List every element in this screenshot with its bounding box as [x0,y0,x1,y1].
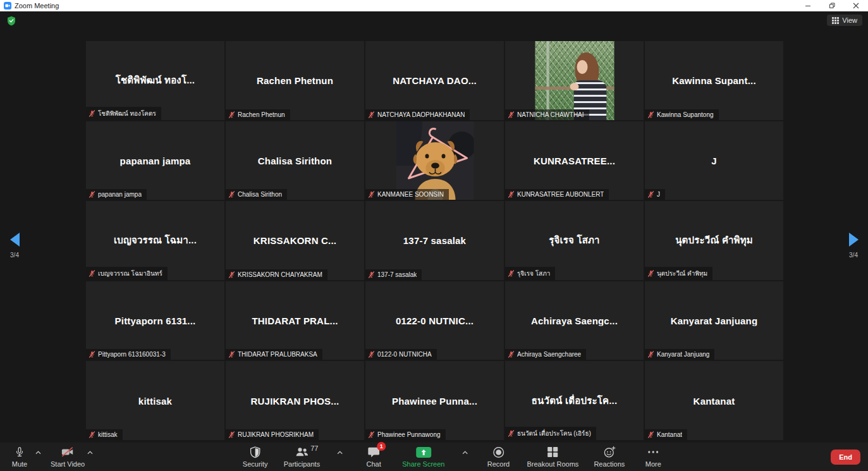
participant-name-tag: ธนวัตน์ เตื่อประโคน (เอิร์ธ) [505,427,596,440]
muted-mic-icon [89,351,95,358]
participant-tile[interactable]: Chalisa Sirithon Chalisa Sirithon [226,121,364,200]
participant-tile[interactable]: Rachen Phetnun Rachen Phetnun [226,41,364,120]
participant-tile[interactable]: รุจิเรจ โสภา รุจิเรจ โสภา [505,201,644,280]
participant-tile[interactable]: RUJIKRAN PHOS... RUJIKRAN PHOSRIKHAM [226,361,364,440]
muted-mic-icon [228,351,235,358]
participant-display-name: รุจิเรจ โสภา [505,233,644,248]
participant-name-tag: NATNICHA CHAWTHAI [505,109,589,120]
zoom-app-icon [4,2,11,9]
participant-display-name: Rachen Phetnun [226,75,364,86]
participant-tile[interactable]: Kanyarat Janjuang Kanyarat Janjuang [645,281,783,360]
muted-mic-icon [647,191,654,198]
participant-name-tag: J [645,189,665,200]
share-options-caret[interactable] [460,443,470,471]
muted-mic-icon [508,111,515,118]
participant-tile[interactable]: เบญจวรรณ โฉมา... เบญจวรรณ โฉมาอินทร์ [86,201,224,280]
participant-display-name: kittisak [86,395,224,406]
participant-name-tag: เบญจวรรณ โฉมาอินทร์ [86,267,168,280]
meeting-toolbar: Mute Start Video [0,443,868,471]
participant-name-tag: RUJIKRAN PHOSRIKHAM [226,429,319,440]
participants-options-caret[interactable] [335,443,345,471]
participant-tile[interactable]: ธนวัตน์ เตื่อประโค... ธนวัตน์ เตื่อประโค… [505,361,644,440]
participant-name-tag: รุจิเรจ โสภา [505,267,555,280]
record-icon [492,446,504,458]
breakout-rooms-button[interactable]: Breakout Rooms [527,443,578,471]
muted-mic-icon [89,431,95,438]
participant-name-tag: 0122-0 NUTNICHA [365,349,437,360]
participant-name-tag: Kanyarat Janjuang [645,349,714,360]
mute-button[interactable]: Mute [6,443,33,471]
muted-mic-icon [368,191,375,198]
participants-button[interactable]: 77 Participants [284,443,320,471]
video-options-caret[interactable] [85,443,95,471]
end-meeting-button[interactable]: End [831,450,860,465]
muted-mic-icon [647,351,654,358]
participant-tile[interactable]: THIDARAT PRAL... THIDARAT PRALUBRAKSA [226,281,364,360]
participant-display-name: 0122-0 NUTNIC... [365,315,504,326]
participant-display-name: เบญจวรรณ โฉมา... [86,233,224,248]
encryption-shield-icon[interactable] [7,16,16,28]
muted-mic-icon [368,431,375,438]
next-page-button[interactable]: 3/4 [844,233,863,259]
participant-display-name: โชติพิพัฒน์ ทองโ... [86,73,224,88]
next-page-arrow-icon [849,233,859,247]
participant-tile[interactable]: โชติพิพัฒน์ ทองโ... โชติพิพัฒน์ ทองโคตร [86,41,224,120]
chat-bubble-icon: 1 [367,446,380,458]
participant-name-tag: NATCHAYA DAOPHAKHANAN [365,109,470,120]
participant-display-name: KRISSAKORN C... [226,235,364,246]
participant-name-tag: Pittyaporn 613160031-3 [86,349,171,360]
participant-display-name: Achiraya Saengc... [505,315,644,326]
participant-tile[interactable]: Phawinee Punna... Phawinee Punnawong [365,361,504,440]
participant-tile[interactable]: papanan jampa papanan jampa [86,121,224,200]
muted-mic-icon [228,111,235,118]
meeting-stage: View [0,11,868,443]
microphone-icon [14,446,25,458]
participant-tile[interactable]: NATNICHA CHAWTHAI [505,41,644,120]
participant-tile[interactable]: Pittyaporn 6131... Pittyaporn 613160031-… [86,281,224,360]
participant-tile[interactable]: 0122-0 NUTNIC... 0122-0 NUTNICHA [365,281,504,360]
participants-icon: 77 [295,446,309,458]
breakout-rooms-label: Breakout Rooms [527,460,578,468]
participant-name-tag: นุตประวีณ์ คำพิทุม [645,267,712,280]
participant-tile[interactable]: 137-7 sasalak 137-7 sasalak [365,201,504,280]
more-ellipsis-icon [647,446,659,458]
zoom-meeting-window: Zoom Meeting View [0,0,868,471]
security-button[interactable]: Security [242,443,269,471]
participant-tile[interactable]: NATCHAYA DAO... NATCHAYA DAOPHAKHANAN [365,41,504,120]
close-button[interactable] [844,0,868,11]
participant-name-tag: KANMANEE SOONSIN [365,189,449,200]
participant-name-tag: Chalisa Sirithon [226,189,287,200]
muted-mic-icon [647,431,654,438]
security-shield-icon [250,446,260,458]
participant-tile[interactable]: Achiraya Saengc... Achiraya Saengcharee [505,281,644,360]
participant-tile[interactable]: KUNRASATREE... KUNRASATREE AUBONLERT [505,121,644,200]
mute-options-caret[interactable] [33,443,43,471]
chat-button[interactable]: 1 Chat [360,443,387,471]
breakout-rooms-icon [547,446,558,458]
participants-label: Participants [284,460,320,468]
share-screen-button[interactable]: Share Screen [402,443,444,471]
minimize-button[interactable] [796,0,820,11]
record-button[interactable]: Record [485,443,511,471]
muted-mic-icon [508,351,515,358]
restore-button[interactable] [820,0,844,11]
participant-name-tag: Rachen Phetnun [226,109,290,120]
participant-display-name: Phawinee Punna... [365,395,504,406]
participant-tile[interactable]: KRISSAKORN C... KRISSAKORN CHAIYAKRAM [226,201,364,280]
participant-name-tag: 137-7 sasalak [365,269,422,280]
participant-tile[interactable]: J J [645,121,783,200]
participant-tile[interactable]: kittisak kittisak [86,361,224,440]
participant-tile[interactable]: KANMANEE SOONSIN [365,121,504,200]
reactions-button[interactable]: Reactions [594,443,625,471]
muted-mic-icon [89,270,95,277]
muted-mic-icon [368,271,375,278]
participant-tile[interactable]: นุตประวีณ์ คำพิทุม นุตประวีณ์ คำพิทุม [645,201,783,280]
participant-tile[interactable]: Kawinna Supant... Kawinna Supantong [645,41,783,120]
participant-display-name: Kawinna Supant... [645,75,783,86]
more-button[interactable]: More [640,443,666,471]
view-button[interactable]: View [827,15,862,26]
start-video-button[interactable]: Start Video [51,443,85,471]
previous-page-button[interactable]: 3/4 [5,233,24,259]
participant-tile[interactable]: Kantanat Kantanat [645,361,783,440]
muted-mic-icon [647,111,654,118]
